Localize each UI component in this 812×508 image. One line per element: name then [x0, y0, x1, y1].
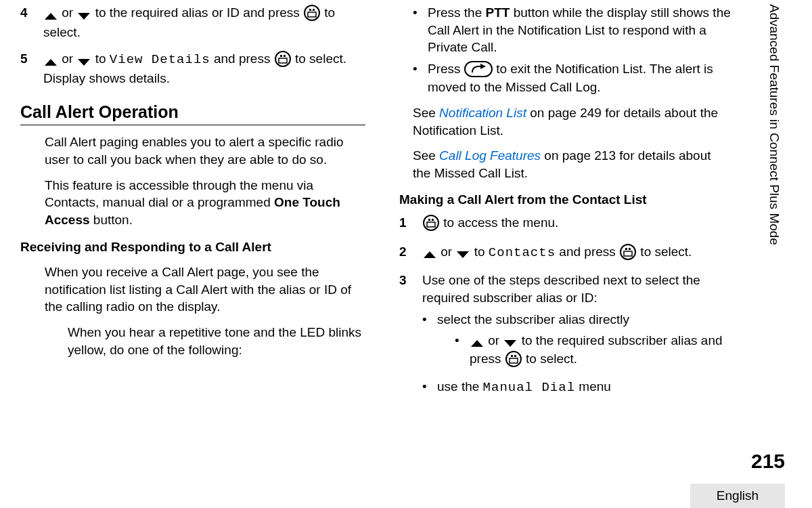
- bullet-icon: •: [422, 378, 437, 397]
- text: Press the PTT button while the display s…: [428, 4, 731, 56]
- text: to: [91, 52, 109, 66]
- language-tab: English: [690, 484, 785, 508]
- text: to select.: [637, 245, 692, 259]
- svg-point-8: [275, 51, 290, 66]
- menu-text: Manual Dial: [483, 380, 575, 395]
- text: Display shows details.: [43, 70, 365, 87]
- text: menu: [575, 379, 611, 394]
- svg-rect-4: [313, 9, 315, 11]
- text: and press: [210, 52, 274, 66]
- text: Press the: [428, 5, 486, 20]
- up-arrow-icon: [43, 5, 58, 23]
- svg-marker-13: [480, 64, 486, 69]
- svg-marker-0: [45, 13, 57, 20]
- text: use the: [437, 379, 483, 394]
- paragraph: See Call Log Features on page 213 for de…: [413, 147, 731, 182]
- link-call-log-features[interactable]: Call Log Features: [439, 148, 541, 163]
- svg-rect-22: [629, 248, 631, 250]
- svg-point-26: [506, 352, 521, 366]
- svg-rect-9: [280, 55, 282, 57]
- text: and press: [556, 245, 619, 259]
- text: or: [58, 52, 76, 66]
- bullet-icon: •: [413, 60, 428, 96]
- sub-bullet-list: • or to the required subscriber alias an…: [455, 332, 731, 369]
- text: Use one of the steps described next to s…: [422, 272, 731, 306]
- subheading-receiving: Receiving and Responding to a Call Alert: [20, 238, 365, 256]
- ok-button-icon: [422, 214, 440, 234]
- ok-button-icon: [505, 350, 522, 370]
- list-item: • or to the required subscriber alias an…: [455, 332, 731, 369]
- step-body: or to View Details and press to select. …: [43, 50, 365, 87]
- step-body: Use one of the steps described next to s…: [422, 272, 731, 400]
- text: or to the required subscriber alias and …: [470, 332, 731, 369]
- paragraph: When you hear a repetitive tone and the …: [68, 324, 365, 358]
- down-arrow-icon: [76, 51, 91, 69]
- step-3: 3 Use one of the steps described next to…: [399, 272, 731, 400]
- text: See: [413, 148, 439, 163]
- svg-marker-24: [471, 340, 483, 347]
- bullet-list: • select the subscriber alias directly •…: [422, 311, 731, 397]
- svg-rect-16: [432, 219, 434, 221]
- paragraph: When you receive a Call Alert page, you …: [45, 263, 365, 316]
- step-number: 1: [399, 214, 422, 234]
- heading-call-alert-operation: Call Alert Operation: [20, 101, 365, 126]
- paragraph: Call Alert paging enables you to alert a…: [45, 133, 365, 168]
- text: to access the menu.: [440, 215, 558, 230]
- bullet-list: • Press the PTT button while the display…: [413, 4, 731, 96]
- bold-text: PTT: [486, 5, 510, 20]
- step-4: 4 or to the required alias or ID and pre…: [20, 4, 365, 41]
- text: Press: [428, 62, 464, 76]
- up-arrow-icon: [470, 333, 484, 350]
- step-body: or to Contacts and press to select.: [422, 243, 731, 263]
- step-body: or to the required alias or ID and press…: [43, 4, 365, 41]
- text: to select.: [292, 52, 346, 66]
- text: or: [437, 245, 455, 259]
- svg-rect-5: [308, 12, 316, 17]
- text: button.: [90, 213, 133, 227]
- svg-marker-18: [424, 251, 436, 258]
- list-item: • use the Manual Dial menu: [422, 378, 731, 397]
- ok-button-icon: [274, 50, 292, 70]
- bullet-icon: •: [422, 311, 437, 374]
- text: or: [484, 333, 503, 347]
- link-notification-list[interactable]: Notification List: [439, 106, 526, 120]
- text: select the subscriber alias directly • o…: [437, 311, 731, 374]
- ok-button-icon: [619, 243, 637, 263]
- svg-point-14: [424, 215, 438, 230]
- down-arrow-icon: [503, 333, 518, 350]
- list-item: • select the subscriber alias directly •…: [422, 311, 731, 374]
- bullet-icon: •: [413, 4, 428, 56]
- svg-point-2: [304, 5, 319, 20]
- text: select the subscriber alias directly: [437, 312, 629, 326]
- menu-text: Contacts: [489, 245, 556, 260]
- sidebar: Advanced Features in Connect Plus Mode 2…: [751, 0, 785, 508]
- svg-marker-1: [78, 13, 90, 20]
- down-arrow-icon: [76, 5, 91, 23]
- back-button-icon: [464, 61, 493, 79]
- svg-rect-23: [624, 251, 632, 256]
- step-body: to access the menu.: [422, 214, 731, 234]
- up-arrow-icon: [422, 244, 437, 261]
- up-arrow-icon: [43, 51, 58, 69]
- step-number: 3: [399, 272, 422, 400]
- ok-button-icon: [303, 4, 321, 24]
- svg-rect-3: [309, 9, 311, 11]
- bullet-icon: •: [455, 332, 470, 369]
- svg-rect-17: [427, 222, 435, 227]
- text: to select.: [522, 352, 577, 366]
- svg-marker-6: [45, 59, 57, 66]
- list-item: • Press the PTT button while the display…: [413, 4, 731, 56]
- svg-rect-11: [279, 58, 287, 63]
- svg-marker-19: [457, 251, 469, 258]
- step-number: 4: [20, 4, 43, 41]
- svg-rect-12: [465, 62, 492, 77]
- menu-text: View Details: [110, 53, 210, 68]
- page-number: 215: [751, 450, 785, 473]
- step-5: 5 or to View Details and press to select…: [20, 50, 365, 87]
- svg-rect-10: [284, 55, 286, 57]
- svg-rect-29: [510, 358, 518, 363]
- down-arrow-icon: [455, 244, 470, 261]
- text: See: [413, 106, 439, 120]
- subheading-making-call-alert: Making a Call Alert from the Contact Lis…: [399, 191, 731, 209]
- text: This feature is accessible through the m…: [45, 178, 313, 210]
